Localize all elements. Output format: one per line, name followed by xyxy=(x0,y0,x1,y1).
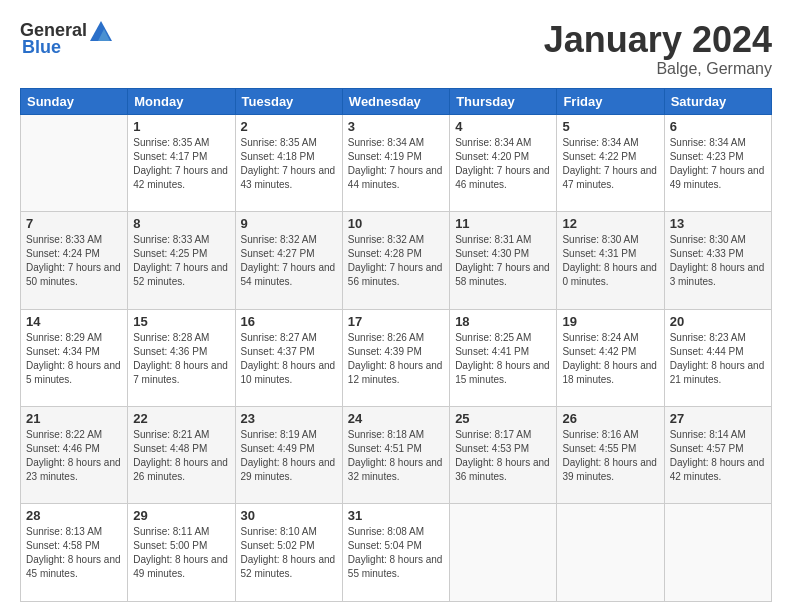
day-number: 27 xyxy=(670,411,766,426)
logo: General Blue xyxy=(20,20,113,58)
day-info: Sunrise: 8:34 AMSunset: 4:22 PMDaylight:… xyxy=(562,136,658,192)
day-cell: 21Sunrise: 8:22 AMSunset: 4:46 PMDayligh… xyxy=(21,407,128,504)
day-cell xyxy=(450,504,557,602)
day-info: Sunrise: 8:31 AMSunset: 4:30 PMDaylight:… xyxy=(455,233,551,289)
day-number: 19 xyxy=(562,314,658,329)
day-cell: 24Sunrise: 8:18 AMSunset: 4:51 PMDayligh… xyxy=(342,407,449,504)
day-number: 20 xyxy=(670,314,766,329)
day-number: 30 xyxy=(241,508,337,523)
day-info: Sunrise: 8:30 AMSunset: 4:31 PMDaylight:… xyxy=(562,233,658,289)
weekday-header-saturday: Saturday xyxy=(664,88,771,114)
weekday-header-sunday: Sunday xyxy=(21,88,128,114)
day-cell xyxy=(557,504,664,602)
day-number: 18 xyxy=(455,314,551,329)
day-number: 4 xyxy=(455,119,551,134)
day-number: 5 xyxy=(562,119,658,134)
day-cell: 15Sunrise: 8:28 AMSunset: 4:36 PMDayligh… xyxy=(128,309,235,406)
day-cell: 19Sunrise: 8:24 AMSunset: 4:42 PMDayligh… xyxy=(557,309,664,406)
day-info: Sunrise: 8:10 AMSunset: 5:02 PMDaylight:… xyxy=(241,525,337,581)
week-row-4: 21Sunrise: 8:22 AMSunset: 4:46 PMDayligh… xyxy=(21,407,772,504)
day-info: Sunrise: 8:27 AMSunset: 4:37 PMDaylight:… xyxy=(241,331,337,387)
day-number: 6 xyxy=(670,119,766,134)
day-info: Sunrise: 8:25 AMSunset: 4:41 PMDaylight:… xyxy=(455,331,551,387)
logo-blue-text: Blue xyxy=(22,37,61,58)
weekday-header-thursday: Thursday xyxy=(450,88,557,114)
day-number: 10 xyxy=(348,216,444,231)
day-number: 22 xyxy=(133,411,229,426)
page: General Blue January 2024 Balge, Germany… xyxy=(0,0,792,612)
day-number: 13 xyxy=(670,216,766,231)
day-info: Sunrise: 8:23 AMSunset: 4:44 PMDaylight:… xyxy=(670,331,766,387)
day-number: 17 xyxy=(348,314,444,329)
day-cell xyxy=(21,114,128,211)
logo-icon xyxy=(90,21,112,41)
day-number: 21 xyxy=(26,411,122,426)
weekday-header-friday: Friday xyxy=(557,88,664,114)
day-cell: 20Sunrise: 8:23 AMSunset: 4:44 PMDayligh… xyxy=(664,309,771,406)
day-cell xyxy=(664,504,771,602)
day-number: 3 xyxy=(348,119,444,134)
day-number: 14 xyxy=(26,314,122,329)
day-cell: 6Sunrise: 8:34 AMSunset: 4:23 PMDaylight… xyxy=(664,114,771,211)
day-cell: 29Sunrise: 8:11 AMSunset: 5:00 PMDayligh… xyxy=(128,504,235,602)
day-cell: 2Sunrise: 8:35 AMSunset: 4:18 PMDaylight… xyxy=(235,114,342,211)
day-cell: 1Sunrise: 8:35 AMSunset: 4:17 PMDaylight… xyxy=(128,114,235,211)
day-cell: 23Sunrise: 8:19 AMSunset: 4:49 PMDayligh… xyxy=(235,407,342,504)
day-cell: 7Sunrise: 8:33 AMSunset: 4:24 PMDaylight… xyxy=(21,212,128,309)
day-cell: 26Sunrise: 8:16 AMSunset: 4:55 PMDayligh… xyxy=(557,407,664,504)
day-number: 15 xyxy=(133,314,229,329)
day-number: 28 xyxy=(26,508,122,523)
day-info: Sunrise: 8:34 AMSunset: 4:20 PMDaylight:… xyxy=(455,136,551,192)
day-info: Sunrise: 8:17 AMSunset: 4:53 PMDaylight:… xyxy=(455,428,551,484)
week-row-2: 7Sunrise: 8:33 AMSunset: 4:24 PMDaylight… xyxy=(21,212,772,309)
weekday-header-monday: Monday xyxy=(128,88,235,114)
day-cell: 12Sunrise: 8:30 AMSunset: 4:31 PMDayligh… xyxy=(557,212,664,309)
day-number: 29 xyxy=(133,508,229,523)
day-cell: 28Sunrise: 8:13 AMSunset: 4:58 PMDayligh… xyxy=(21,504,128,602)
day-cell: 9Sunrise: 8:32 AMSunset: 4:27 PMDaylight… xyxy=(235,212,342,309)
day-info: Sunrise: 8:30 AMSunset: 4:33 PMDaylight:… xyxy=(670,233,766,289)
day-info: Sunrise: 8:13 AMSunset: 4:58 PMDaylight:… xyxy=(26,525,122,581)
week-row-1: 1Sunrise: 8:35 AMSunset: 4:17 PMDaylight… xyxy=(21,114,772,211)
day-info: Sunrise: 8:35 AMSunset: 4:18 PMDaylight:… xyxy=(241,136,337,192)
day-number: 12 xyxy=(562,216,658,231)
day-info: Sunrise: 8:33 AMSunset: 4:25 PMDaylight:… xyxy=(133,233,229,289)
title-section: January 2024 Balge, Germany xyxy=(544,20,772,78)
day-cell: 25Sunrise: 8:17 AMSunset: 4:53 PMDayligh… xyxy=(450,407,557,504)
day-cell: 16Sunrise: 8:27 AMSunset: 4:37 PMDayligh… xyxy=(235,309,342,406)
day-cell: 31Sunrise: 8:08 AMSunset: 5:04 PMDayligh… xyxy=(342,504,449,602)
day-cell: 4Sunrise: 8:34 AMSunset: 4:20 PMDaylight… xyxy=(450,114,557,211)
day-info: Sunrise: 8:22 AMSunset: 4:46 PMDaylight:… xyxy=(26,428,122,484)
day-info: Sunrise: 8:32 AMSunset: 4:28 PMDaylight:… xyxy=(348,233,444,289)
week-row-5: 28Sunrise: 8:13 AMSunset: 4:58 PMDayligh… xyxy=(21,504,772,602)
day-number: 24 xyxy=(348,411,444,426)
day-number: 11 xyxy=(455,216,551,231)
day-cell: 8Sunrise: 8:33 AMSunset: 4:25 PMDaylight… xyxy=(128,212,235,309)
day-cell: 3Sunrise: 8:34 AMSunset: 4:19 PMDaylight… xyxy=(342,114,449,211)
week-row-3: 14Sunrise: 8:29 AMSunset: 4:34 PMDayligh… xyxy=(21,309,772,406)
day-cell: 30Sunrise: 8:10 AMSunset: 5:02 PMDayligh… xyxy=(235,504,342,602)
day-info: Sunrise: 8:34 AMSunset: 4:23 PMDaylight:… xyxy=(670,136,766,192)
month-title: January 2024 xyxy=(544,20,772,60)
weekday-header-tuesday: Tuesday xyxy=(235,88,342,114)
header: General Blue January 2024 Balge, Germany xyxy=(20,20,772,78)
day-number: 9 xyxy=(241,216,337,231)
day-cell: 14Sunrise: 8:29 AMSunset: 4:34 PMDayligh… xyxy=(21,309,128,406)
day-info: Sunrise: 8:33 AMSunset: 4:24 PMDaylight:… xyxy=(26,233,122,289)
day-info: Sunrise: 8:14 AMSunset: 4:57 PMDaylight:… xyxy=(670,428,766,484)
day-number: 2 xyxy=(241,119,337,134)
weekday-header-row: SundayMondayTuesdayWednesdayThursdayFrid… xyxy=(21,88,772,114)
day-number: 23 xyxy=(241,411,337,426)
day-info: Sunrise: 8:28 AMSunset: 4:36 PMDaylight:… xyxy=(133,331,229,387)
day-info: Sunrise: 8:29 AMSunset: 4:34 PMDaylight:… xyxy=(26,331,122,387)
day-cell: 11Sunrise: 8:31 AMSunset: 4:30 PMDayligh… xyxy=(450,212,557,309)
day-info: Sunrise: 8:21 AMSunset: 4:48 PMDaylight:… xyxy=(133,428,229,484)
day-info: Sunrise: 8:24 AMSunset: 4:42 PMDaylight:… xyxy=(562,331,658,387)
day-number: 7 xyxy=(26,216,122,231)
day-cell: 13Sunrise: 8:30 AMSunset: 4:33 PMDayligh… xyxy=(664,212,771,309)
day-number: 25 xyxy=(455,411,551,426)
day-cell: 22Sunrise: 8:21 AMSunset: 4:48 PMDayligh… xyxy=(128,407,235,504)
day-number: 31 xyxy=(348,508,444,523)
day-number: 8 xyxy=(133,216,229,231)
day-cell: 17Sunrise: 8:26 AMSunset: 4:39 PMDayligh… xyxy=(342,309,449,406)
